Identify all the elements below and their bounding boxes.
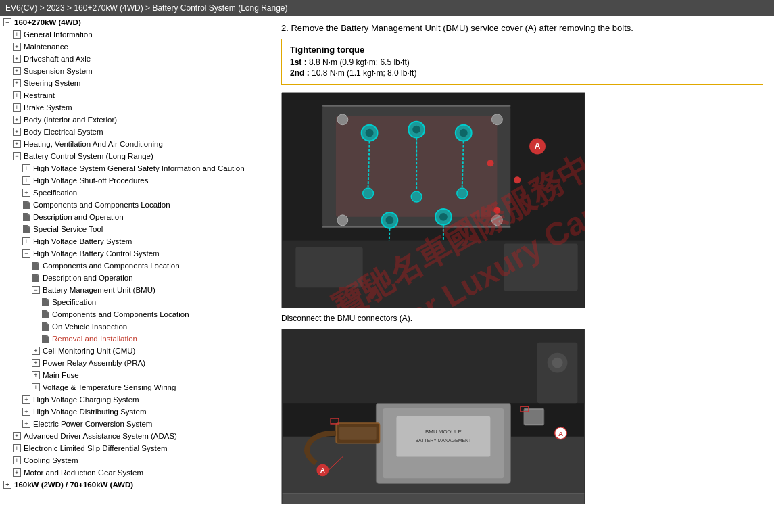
doc-icon [41,297,50,307]
sidebar-item-removal-install[interactable]: Removal and Installation [0,333,270,345]
sidebar-item-label-specification: Specification [33,189,77,197]
breadcrumb-text: EV6(CV) > 2023 > 160+270kW (4WD) > Batte… [5,3,288,13]
sidebar-item-bcs-long[interactable]: −Battery Control System (Long Range) [0,150,270,162]
sidebar-item-driveshaft[interactable]: +Driveshaft and Axle [0,53,270,65]
sidebar-item-root2[interactable]: +160kW (2WD) / 70+160kW (AWD) [0,479,270,491]
sidebar-item-maintenance[interactable]: +Maintenance [0,41,270,53]
sidebar-item-label-bmu: Battery Management Unit (BMU) [43,286,155,294]
sidebar-item-label-comp-loc-2: Components and Components Location [43,262,180,270]
svg-point-29 [487,160,494,166]
sidebar-item-body-elec[interactable]: +Body Electrical System [0,126,270,138]
plus-icon: + [22,176,31,185]
sidebar-item-cmu[interactable]: +Cell Monitoring Unit (CMU) [0,345,270,357]
sidebar-item-body-int-ext[interactable]: +Body (Interior and Exterior) [0,114,270,126]
svg-point-22 [385,216,393,224]
sidebar-item-general-info[interactable]: +General Information [0,28,270,41]
sidebar-item-label-main-fuse: Main Fuse [43,371,79,379]
plus-icon: + [12,127,22,137]
svg-point-31 [514,176,521,183]
sidebar-item-on-vehicle[interactable]: On Vehicle Inspection [0,320,270,333]
plus-icon: + [12,54,22,64]
sidebar-item-elec-power[interactable]: +Electric Power Conversion System [0,418,270,430]
sidebar-item-cooling[interactable]: +Cooling System [0,454,270,466]
sidebar-item-label-spec-bmu: Specification [52,298,96,306]
sidebar-item-label-steering: Steering System [24,79,80,87]
plus-icon: + [12,431,22,441]
sidebar-item-hv-battery[interactable]: +High Voltage Battery System [0,235,270,247]
sidebar-item-adas[interactable]: +Advanced Driver Assistance System (ADAS… [0,430,270,442]
sidebar-item-spec-bmu[interactable]: Specification [0,296,270,308]
sidebar-item-steering[interactable]: +Steering System [0,77,270,89]
sidebar-item-hv-shutoff[interactable]: +High Voltage Shut-off Procedures [0,174,270,187]
tree-container: +General Information+Maintenance+Drivesh… [0,28,270,491]
svg-point-10 [366,129,374,137]
sidebar-root-item[interactable]: − 160+270kW (4WD) [0,16,270,28]
sidebar-item-elsd[interactable]: +Electronic Limited Slip Differential Sy… [0,442,270,454]
svg-point-7 [337,215,348,226]
sidebar-item-label-hv-shutoff: High Voltage Shut-off Procedures [33,176,148,185]
svg-point-8 [491,215,502,226]
plus-icon: + [12,456,22,465]
doc-icon [41,322,50,331]
plus-icon: + [22,407,31,416]
svg-rect-35 [295,247,362,288]
sidebar-root-label: 160+270kW (4WD) [14,18,81,26]
sidebar-item-comp-loc-3[interactable]: Components and Components Location [0,308,270,320]
torque-first-value: 8.8 N·m (0.9 kgf·m; 6.5 lb·ft) [309,57,410,67]
sidebar-item-voltage-temp[interactable]: +Voltage & Temperature Sensing Wiring [0,381,270,393]
plus-icon: + [12,139,22,149]
mechanical-image-2: BMU MODULE BATTERY MANAGEMENT A [281,329,585,504]
sidebar-item-desc-op-2[interactable]: Description and Operation [0,272,270,284]
sidebar-item-hv-safety[interactable]: +High Voltage System General Safety Info… [0,162,270,174]
doc-icon [22,212,31,222]
svg-point-16 [411,191,422,202]
sidebar-item-label-general-info: General Information [24,30,93,39]
sidebar-item-label-comp-loc-1: Components and Components Location [33,201,170,209]
plus-icon: + [31,346,41,356]
sidebar-item-comp-loc-2[interactable]: Components and Components Location [0,260,270,272]
sidebar-item-desc-op-1[interactable]: Description and Operation [0,211,270,223]
plus-icon: + [22,237,31,246]
plus-icon: + [12,443,22,453]
sidebar-item-bmu[interactable]: −Battery Management Unit (BMU) [0,284,270,296]
sidebar-item-label-voltage-temp: Voltage & Temperature Sensing Wiring [43,383,176,391]
sidebar-item-label-desc-op-2: Description and Operation [43,274,133,282]
svg-text:A: A [320,466,325,474]
sidebar-item-main-fuse[interactable]: +Main Fuse [0,369,270,381]
plus-icon: + [31,358,41,368]
sidebar-item-comp-loc-1[interactable]: Components and Components Location [0,199,270,211]
sidebar-item-hv-charging[interactable]: +High Voltage Charging System [0,393,270,406]
sidebar-item-label-cmu: Cell Monitoring Unit (CMU) [43,347,135,355]
svg-rect-36 [504,244,577,291]
sidebar-item-brake[interactable]: +Brake System [0,101,270,114]
sidebar-item-label-hv-safety: High Voltage System General Safety Infor… [33,164,245,172]
sidebar-item-suspension[interactable]: +Suspension System [0,65,270,77]
sidebar-item-label-restraint: Restraint [24,91,55,99]
sidebar-item-special-svc[interactable]: Special Service Tool [0,223,270,235]
doc-icon [31,261,41,270]
sidebar-item-label-brake: Brake System [24,103,72,112]
sidebar-item-restraint[interactable]: +Restraint [0,89,270,101]
svg-rect-45 [339,427,377,440]
plus-icon: + [12,103,22,112]
mechanical-image-1: A 寶馳名車國際服務中心 Super Luxury Car Service Ce… [281,92,585,308]
sidebar-item-motor-gear[interactable]: +Motor and Reduction Gear System [0,466,270,479]
sidebar-item-specification[interactable]: +Specification [0,187,270,199]
sidebar-item-label-driveshaft: Driveshaft and Axle [24,55,91,63]
step-number: 2. [281,23,289,33]
sidebar-item-hv-battery-ctrl[interactable]: −High Voltage Battery Control System [0,247,270,260]
sidebar-item-pra[interactable]: +Power Relay Assembly (PRA) [0,357,270,369]
svg-point-30 [493,207,500,214]
doc-icon [31,273,41,283]
sidebar-item-label-comp-loc-3: Components and Components Location [52,310,189,318]
sidebar-item-label-body-int-ext: Body (Interior and Exterior) [24,116,117,124]
svg-point-26 [439,213,448,221]
sidebar-item-label-root2: 160kW (2WD) / 70+160kW (AWD) [14,481,133,489]
svg-text:BMU MODULE: BMU MODULE [425,429,462,435]
svg-point-18 [460,129,468,137]
torque-first-label: 1st : [290,57,307,67]
sidebar-item-label-pra: Power Relay Assembly (PRA) [43,359,145,367]
sidebar-item-hvac[interactable]: +Heating, Ventilation And Air Conditioni… [0,138,270,150]
plus-icon: + [12,468,22,477]
sidebar-item-hv-dist[interactable]: +High Voltage Distributing System [0,406,270,418]
